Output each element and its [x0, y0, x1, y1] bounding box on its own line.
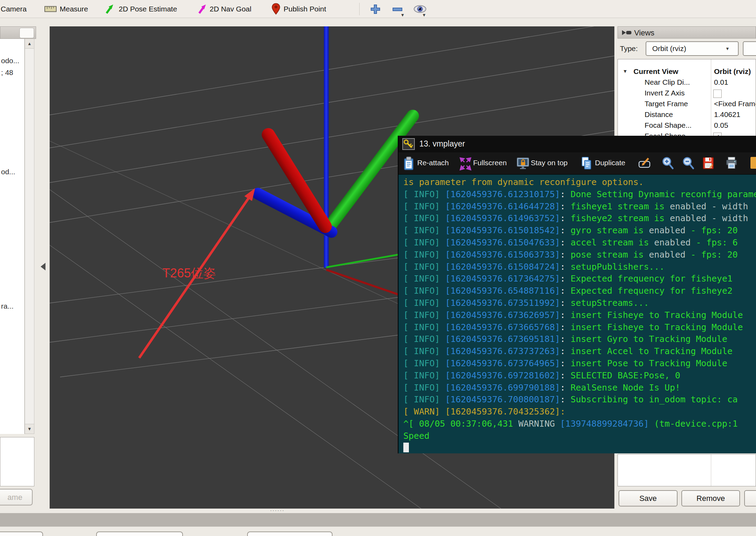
console-line: ^[ 08/05 00:37:06,431 WARNING [139748899… [403, 418, 756, 430]
display-item-fragment[interactable]: od... [1, 168, 15, 176]
console-line: [ INFO] [1620459376.614644728]: fisheye1… [403, 201, 756, 213]
property-label: Focal Shape... [645, 121, 691, 129]
chevron-down-icon: ▾ [726, 47, 729, 50]
console-line: [ INFO] [1620459376.673511992]: setupStr… [403, 297, 756, 309]
console-line: [ INFO] [1620459376.673695181]: insert G… [403, 333, 756, 345]
terminal-toolbar-duplicate[interactable]: Duplicate [595, 159, 625, 167]
console-line: [ INFO] [1620459376.673626957]: insert F… [403, 309, 756, 321]
property-checkbox[interactable] [713, 90, 722, 98]
view-type-value: Orbit (rviz) [652, 44, 686, 53]
property-row[interactable]: Focal Shape...0.05 [618, 121, 756, 132]
console-line [403, 442, 756, 453]
terminal-cursor [403, 443, 409, 452]
console-line: [ INFO] [1620459376.699790188]: RealSens… [403, 382, 756, 394]
toolbar-item-camera[interactable]: Camera [1, 5, 27, 13]
console-line: [ INFO] [1620459376.673764965]: insert P… [403, 358, 756, 370]
property-label: Invert Z Axis [645, 89, 685, 97]
displays-panel-button[interactable] [19, 28, 34, 38]
displays-tree[interactable] [0, 39, 25, 434]
views-panel-header: Views [618, 26, 756, 39]
property-value[interactable]: 0.01 [714, 78, 728, 86]
view-zero-button[interactable] [743, 41, 756, 56]
display-item-fragment[interactable]: ra... [1, 302, 14, 310]
property-row[interactable]: Target Frame<Fixed Frame> [618, 100, 756, 110]
console-line: [ INFO] [1620459376.614963752]: fisheye2… [403, 212, 756, 225]
display-item-fragment[interactable]: odo... [1, 57, 19, 65]
property-label: Near Clip Di... [645, 78, 690, 86]
toolbar-item-nav-goal[interactable]: 2D Nav Goal [210, 5, 251, 13]
edit-icon[interactable] [638, 156, 653, 171]
rename-view-button-partial[interactable] [744, 490, 756, 506]
displays-help-box [0, 437, 34, 486]
scroll-up-icon[interactable]: ▲ [25, 39, 34, 49]
console-line: [ WARN] [1620459376.704325362]: [403, 406, 756, 418]
rviz-application-window: CameraMeasure2D Pose Estimate2D Nav Goal… [0, 0, 756, 536]
property-value[interactable]: Orbit (rviz) [714, 67, 751, 76]
fullscreen-icon[interactable] [459, 156, 472, 172]
property-row[interactable]: Distance1.40621 [618, 110, 756, 121]
bottom-partial-button-2[interactable] [96, 531, 183, 536]
console-line: [ INFO] [1620459376.615063733]: pose str… [403, 249, 756, 261]
property-row[interactable]: ▼Current ViewOrbit (rviz) [618, 67, 756, 78]
zoom-in-icon[interactable] [661, 156, 674, 172]
clipboard-icon[interactable] [403, 156, 415, 172]
plus-icon[interactable] [369, 4, 381, 16]
terminal-toolbar: Re-attachFullscreenStay on topDuplicate [398, 152, 756, 175]
console-line: Speed [403, 430, 756, 442]
pin-icon [271, 3, 280, 16]
displays-scrollbar[interactable]: ▲ ▼ [25, 39, 34, 434]
toolbar-item-pose-estimate[interactable]: 2D Pose Estimate [119, 5, 177, 13]
remove-view-button[interactable]: Remove [681, 490, 740, 506]
chevron-down-icon[interactable]: ▾ [401, 13, 404, 17]
terminal-titlebar[interactable]: 13. vmplayer [398, 136, 756, 152]
ruler-icon [44, 6, 57, 14]
console-line: [ INFO] [1620459376.612310175]: Done Set… [403, 189, 756, 201]
bottom-status-band [0, 513, 756, 527]
console-line: [ INFO] [1620459376.700800187]: Subscrib… [403, 394, 756, 406]
terminal-title: 13. vmplayer [419, 139, 465, 149]
terminal-toolbar-fullscreen[interactable]: Fullscreen [473, 159, 507, 167]
green-arrow-icon [104, 4, 115, 16]
rename-button[interactable]: ame [0, 489, 33, 505]
main-toolbar: CameraMeasure2D Pose Estimate2D Nav Goal… [0, 0, 756, 18]
terminal-toolbar-partial-icon[interactable] [750, 157, 756, 169]
zoom-out-icon[interactable] [682, 156, 695, 172]
view-properties-grid[interactable]: ▼Current ViewOrbit (rviz)Near Clip Di...… [618, 59, 756, 137]
toolbar-separator [359, 3, 360, 15]
floppy-icon[interactable] [702, 156, 715, 172]
property-row[interactable]: Invert Z Axis [618, 89, 756, 100]
bottom-partial-button-1[interactable] [0, 531, 43, 536]
toolbar-item-publish-point[interactable]: Publish Point [284, 5, 326, 13]
panel-collapse-handle-icon[interactable] [41, 263, 45, 270]
scroll-down-icon[interactable]: ▼ [25, 424, 34, 434]
property-value[interactable]: <Fixed Frame> [714, 100, 756, 108]
saved-views-list[interactable] [618, 454, 756, 486]
terminal-toolbar-re-attach[interactable]: Re-attach [417, 159, 449, 167]
resize-dots-handle[interactable]: ······ [270, 507, 285, 513]
console-line: [ INFO] [1620459376.697281602]: SELECTED… [403, 370, 756, 382]
list-column-divider [711, 454, 711, 486]
display-item-fragment[interactable]: ; 48 [1, 68, 13, 77]
vmplayer-terminal-window[interactable]: 13. vmplayer Re-attachFullscreenStay on … [398, 136, 756, 453]
terminal-console-output[interactable]: is parameter from dynamic reconfigure op… [398, 175, 756, 453]
chevron-down-icon[interactable]: ▾ [423, 13, 426, 17]
monitor-lock-icon[interactable] [516, 156, 530, 172]
view-type-select[interactable]: Orbit (rviz) ▾ [646, 41, 739, 56]
console-line: [ INFO] [1620459376.673737263]: insert A… [403, 345, 756, 358]
documents-icon[interactable] [580, 156, 593, 172]
property-value[interactable]: 0.05 [714, 121, 728, 129]
property-label: Target Frame [645, 100, 688, 108]
expander-icon[interactable]: ▼ [623, 68, 628, 74]
toolbar-item-measure[interactable]: Measure [60, 5, 88, 13]
bottom-partial-button-3[interactable] [247, 531, 333, 536]
views-panel-title: Views [634, 28, 654, 37]
key-icon [402, 138, 415, 150]
save-view-button[interactable]: Save [619, 490, 678, 506]
console-line: [ INFO] [1620459376.673665768]: insert F… [403, 321, 756, 334]
terminal-toolbar-stay-on-top[interactable]: Stay on top [531, 159, 568, 167]
property-row[interactable]: Near Clip Di...0.01 [618, 78, 756, 89]
property-value[interactable]: 1.40621 [714, 110, 740, 119]
printer-icon[interactable] [725, 156, 738, 172]
console-line: [ INFO] [1620459376.615084724]: setupPub… [403, 261, 756, 273]
console-line: [ INFO] [1620459376.617364275]: Expected… [403, 273, 756, 285]
